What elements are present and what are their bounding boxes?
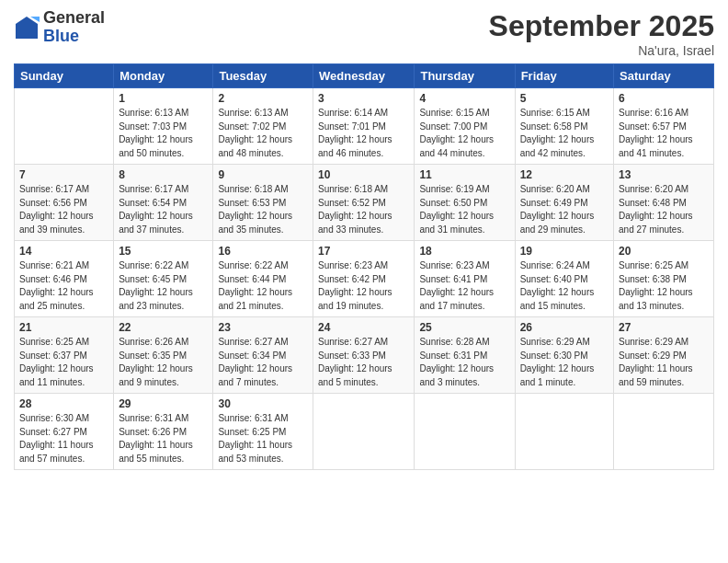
col-sunday: Sunday <box>15 64 114 88</box>
day-number: 7 <box>19 168 108 181</box>
table-row: 3Sunrise: 6:14 AM Sunset: 7:01 PM Daylig… <box>313 88 415 165</box>
day-info: Sunrise: 6:29 AM Sunset: 6:29 PM Dayligh… <box>619 336 709 389</box>
day-info: Sunrise: 6:23 AM Sunset: 6:42 PM Dayligh… <box>318 259 409 313</box>
col-tuesday: Tuesday <box>213 64 313 88</box>
day-number: 19 <box>520 245 609 258</box>
day-number: 25 <box>419 321 509 334</box>
day-number: 29 <box>119 397 208 410</box>
table-row: 14Sunrise: 6:21 AM Sunset: 6:46 PM Dayli… <box>15 241 114 317</box>
day-number: 17 <box>318 245 409 258</box>
day-info: Sunrise: 6:23 AM Sunset: 6:41 PM Dayligh… <box>419 259 509 313</box>
table-row <box>15 88 114 165</box>
col-wednesday: Wednesday <box>313 64 415 88</box>
day-number: 22 <box>119 321 208 334</box>
day-info: Sunrise: 6:25 AM Sunset: 6:38 PM Dayligh… <box>619 259 709 313</box>
day-number: 16 <box>218 245 308 258</box>
day-number: 10 <box>318 168 409 181</box>
calendar-week-row: 21Sunrise: 6:25 AM Sunset: 6:37 PM Dayli… <box>15 317 714 394</box>
table-row: 19Sunrise: 6:24 AM Sunset: 6:40 PM Dayli… <box>515 241 613 317</box>
table-row: 17Sunrise: 6:23 AM Sunset: 6:42 PM Dayli… <box>313 241 415 317</box>
calendar-week-row: 28Sunrise: 6:30 AM Sunset: 6:27 PM Dayli… <box>15 394 714 470</box>
table-row: 12Sunrise: 6:20 AM Sunset: 6:49 PM Dayli… <box>515 165 613 241</box>
day-number: 23 <box>218 321 308 334</box>
day-info: Sunrise: 6:26 AM Sunset: 6:35 PM Dayligh… <box>119 336 208 389</box>
calendar-table: Sunday Monday Tuesday Wednesday Thursday… <box>14 63 714 470</box>
table-row: 8Sunrise: 6:17 AM Sunset: 6:54 PM Daylig… <box>114 165 213 241</box>
day-info: Sunrise: 6:18 AM Sunset: 6:52 PM Dayligh… <box>318 183 409 236</box>
day-number: 5 <box>520 92 609 105</box>
table-row: 21Sunrise: 6:25 AM Sunset: 6:37 PM Dayli… <box>15 317 114 394</box>
page-header: General Blue September 2025 Na'ura, Isra… <box>14 9 714 58</box>
day-number: 21 <box>19 321 108 334</box>
day-info: Sunrise: 6:15 AM Sunset: 6:58 PM Dayligh… <box>520 107 609 160</box>
table-row <box>313 394 415 470</box>
table-row: 11Sunrise: 6:19 AM Sunset: 6:50 PM Dayli… <box>415 165 515 241</box>
day-info: Sunrise: 6:20 AM Sunset: 6:49 PM Dayligh… <box>520 183 609 236</box>
logo: General Blue <box>14 9 105 46</box>
col-saturday: Saturday <box>614 64 714 88</box>
day-number: 11 <box>419 168 509 181</box>
location: Na'ura, Israel <box>489 43 714 58</box>
table-row: 24Sunrise: 6:27 AM Sunset: 6:33 PM Dayli… <box>313 317 415 394</box>
table-row: 13Sunrise: 6:20 AM Sunset: 6:48 PM Dayli… <box>614 165 714 241</box>
day-info: Sunrise: 6:22 AM Sunset: 6:45 PM Dayligh… <box>119 259 208 313</box>
table-row <box>614 394 714 470</box>
day-info: Sunrise: 6:20 AM Sunset: 6:48 PM Dayligh… <box>619 183 709 236</box>
table-row: 28Sunrise: 6:30 AM Sunset: 6:27 PM Dayli… <box>15 394 114 470</box>
day-number: 26 <box>520 321 609 334</box>
calendar-week-row: 1Sunrise: 6:13 AM Sunset: 7:03 PM Daylig… <box>15 88 714 165</box>
day-number: 14 <box>19 245 108 258</box>
day-number: 15 <box>119 245 208 258</box>
table-row: 1Sunrise: 6:13 AM Sunset: 7:03 PM Daylig… <box>114 88 213 165</box>
day-info: Sunrise: 6:25 AM Sunset: 6:37 PM Dayligh… <box>19 336 108 389</box>
day-number: 28 <box>19 397 108 410</box>
table-row: 18Sunrise: 6:23 AM Sunset: 6:41 PM Dayli… <box>415 241 515 317</box>
day-info: Sunrise: 6:19 AM Sunset: 6:50 PM Dayligh… <box>419 183 509 236</box>
table-row: 2Sunrise: 6:13 AM Sunset: 7:02 PM Daylig… <box>213 88 313 165</box>
day-info: Sunrise: 6:21 AM Sunset: 6:46 PM Dayligh… <box>19 259 108 313</box>
day-number: 30 <box>218 397 308 410</box>
table-row: 29Sunrise: 6:31 AM Sunset: 6:26 PM Dayli… <box>114 394 213 470</box>
day-info: Sunrise: 6:24 AM Sunset: 6:40 PM Dayligh… <box>520 259 609 313</box>
table-row: 23Sunrise: 6:27 AM Sunset: 6:34 PM Dayli… <box>213 317 313 394</box>
day-info: Sunrise: 6:13 AM Sunset: 7:02 PM Dayligh… <box>218 107 308 160</box>
logo-icon <box>14 15 40 40</box>
calendar-header-row: Sunday Monday Tuesday Wednesday Thursday… <box>15 64 714 88</box>
table-row: 16Sunrise: 6:22 AM Sunset: 6:44 PM Dayli… <box>213 241 313 317</box>
table-row: 26Sunrise: 6:29 AM Sunset: 6:30 PM Dayli… <box>515 317 613 394</box>
day-number: 12 <box>520 168 609 181</box>
table-row: 30Sunrise: 6:31 AM Sunset: 6:25 PM Dayli… <box>213 394 313 470</box>
day-info: Sunrise: 6:17 AM Sunset: 6:54 PM Dayligh… <box>119 183 208 236</box>
day-info: Sunrise: 6:15 AM Sunset: 7:00 PM Dayligh… <box>419 107 509 160</box>
day-number: 6 <box>619 92 709 105</box>
table-row: 22Sunrise: 6:26 AM Sunset: 6:35 PM Dayli… <box>114 317 213 394</box>
day-info: Sunrise: 6:14 AM Sunset: 7:01 PM Dayligh… <box>318 107 409 160</box>
day-number: 8 <box>119 168 208 181</box>
day-number: 1 <box>119 92 208 105</box>
day-info: Sunrise: 6:16 AM Sunset: 6:57 PM Dayligh… <box>619 107 709 160</box>
day-info: Sunrise: 6:18 AM Sunset: 6:53 PM Dayligh… <box>218 183 308 236</box>
day-info: Sunrise: 6:29 AM Sunset: 6:30 PM Dayligh… <box>520 336 609 389</box>
logo-blue: Blue <box>43 28 105 46</box>
day-number: 27 <box>619 321 709 334</box>
day-number: 9 <box>218 168 308 181</box>
svg-marker-0 <box>16 17 38 39</box>
table-row: 4Sunrise: 6:15 AM Sunset: 7:00 PM Daylig… <box>415 88 515 165</box>
col-thursday: Thursday <box>415 64 515 88</box>
day-info: Sunrise: 6:13 AM Sunset: 7:03 PM Dayligh… <box>119 107 208 160</box>
day-info: Sunrise: 6:27 AM Sunset: 6:34 PM Dayligh… <box>218 336 308 389</box>
table-row: 27Sunrise: 6:29 AM Sunset: 6:29 PM Dayli… <box>614 317 714 394</box>
table-row: 10Sunrise: 6:18 AM Sunset: 6:52 PM Dayli… <box>313 165 415 241</box>
day-info: Sunrise: 6:31 AM Sunset: 6:26 PM Dayligh… <box>119 412 208 465</box>
day-number: 3 <box>318 92 409 105</box>
day-number: 24 <box>318 321 409 334</box>
table-row: 6Sunrise: 6:16 AM Sunset: 6:57 PM Daylig… <box>614 88 714 165</box>
day-info: Sunrise: 6:31 AM Sunset: 6:25 PM Dayligh… <box>218 412 308 465</box>
title-block: September 2025 Na'ura, Israel <box>489 9 714 58</box>
day-number: 2 <box>218 92 308 105</box>
month-title: September 2025 <box>489 9 714 43</box>
day-number: 20 <box>619 245 709 258</box>
calendar-week-row: 7Sunrise: 6:17 AM Sunset: 6:56 PM Daylig… <box>15 165 714 241</box>
table-row: 5Sunrise: 6:15 AM Sunset: 6:58 PM Daylig… <box>515 88 613 165</box>
day-info: Sunrise: 6:22 AM Sunset: 6:44 PM Dayligh… <box>218 259 308 313</box>
